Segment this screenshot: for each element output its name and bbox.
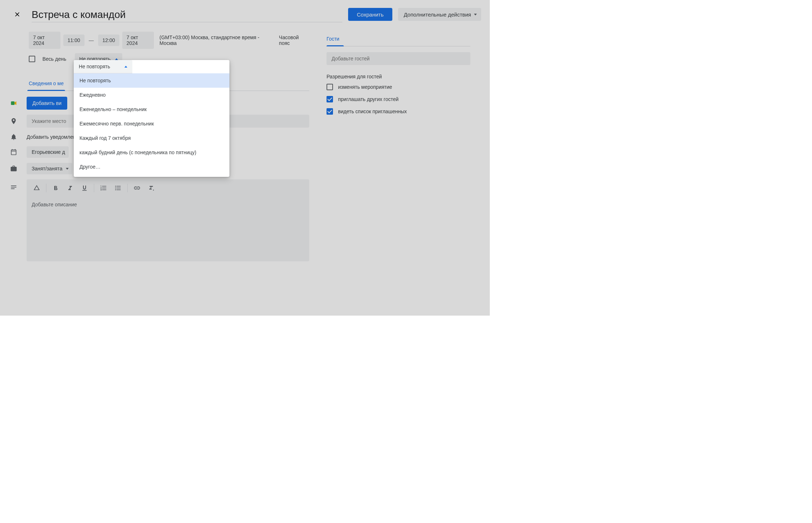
bold-button[interactable] <box>49 182 62 194</box>
toolbar-separator <box>46 184 46 192</box>
end-time-chip[interactable]: 12:00 <box>98 35 119 46</box>
italic-button[interactable] <box>64 182 77 194</box>
event-title-input[interactable] <box>32 7 342 22</box>
close-icon <box>14 11 21 18</box>
calendar-select-label: Егорьевские д <box>32 149 65 155</box>
availability-select[interactable]: Занят/занята <box>27 163 72 174</box>
calendar-icon <box>9 148 18 156</box>
add-notification-link[interactable]: Добавить уведомление <box>27 134 81 140</box>
clear-formatting-button[interactable] <box>145 182 158 194</box>
repeat-option-daily[interactable]: Ежедневно <box>74 88 229 102</box>
svg-rect-0 <box>11 101 15 105</box>
repeat-dropdown-trigger[interactable]: Не повторять <box>74 60 132 73</box>
toolbar-separator <box>127 184 128 192</box>
perm-modify-checkbox[interactable] <box>327 84 333 90</box>
start-date-chip[interactable]: 7 окт 2024 <box>29 32 60 49</box>
briefcase-icon <box>9 164 18 173</box>
guests-tab[interactable]: Гости <box>327 32 470 46</box>
repeat-dropdown: Не повторять Не повторять Ежедневно Ежен… <box>74 60 229 177</box>
repeat-option-yearly[interactable]: Каждый год 7 октября <box>74 131 229 145</box>
toolbar-separator <box>94 184 94 192</box>
repeat-option-weekdays[interactable]: каждый будний день (с понедельника по пя… <box>74 145 229 160</box>
calendar-select[interactable]: Егорьевские д <box>27 146 69 158</box>
start-time-chip[interactable]: 11:00 <box>63 35 85 46</box>
chevron-down-icon <box>474 14 477 15</box>
repeat-option-none[interactable]: Не повторять <box>74 73 229 88</box>
perm-modify-label: изменять мероприятие <box>338 84 392 90</box>
chevron-up-icon <box>115 58 118 60</box>
more-actions-label: Дополнительные действия <box>404 12 471 18</box>
timezone-link[interactable]: Часовой пояс <box>279 35 309 46</box>
guest-permissions-title: Разрешения для гостей <box>327 74 470 79</box>
perm-invite-label: приглашать других гостей <box>338 96 398 102</box>
end-date-chip[interactable]: 7 окт 2024 <box>122 32 154 49</box>
perm-seelist-checkbox[interactable] <box>327 108 333 115</box>
description-toolbar <box>27 179 309 197</box>
repeat-trigger-label: Не повторять <box>79 64 110 69</box>
perm-seelist-label: видеть список приглашенных <box>338 109 407 114</box>
notification-icon <box>9 133 18 141</box>
description-textarea[interactable]: Добавьте описание <box>27 197 309 261</box>
allday-label: Весь день <box>42 56 66 62</box>
link-button[interactable] <box>131 182 143 194</box>
add-guests-input[interactable] <box>327 52 470 65</box>
allday-checkbox[interactable] <box>29 56 35 62</box>
underline-button[interactable] <box>78 182 91 194</box>
add-video-conference-button[interactable]: Добавить ви <box>27 97 67 110</box>
chevron-up-icon <box>124 66 127 68</box>
repeat-option-monthly[interactable]: Ежемесячно перв. понедельник <box>74 116 229 131</box>
location-icon <box>9 117 18 125</box>
repeat-option-weekly[interactable]: Еженедельно – понедельник <box>74 102 229 116</box>
chevron-down-icon <box>66 168 69 170</box>
numbered-list-button[interactable] <box>97 182 110 194</box>
repeat-option-custom[interactable]: Другое… <box>74 160 229 174</box>
description-icon <box>9 183 18 192</box>
attach-drive-button[interactable] <box>30 182 43 194</box>
time-dash: — <box>87 37 95 43</box>
tab-event-details[interactable]: Сведения о ме <box>29 76 64 91</box>
more-actions-button[interactable]: Дополнительные действия <box>398 8 481 21</box>
bullet-list-button[interactable] <box>111 182 124 194</box>
save-button[interactable]: Сохранить <box>348 8 392 21</box>
perm-invite-checkbox[interactable] <box>327 96 333 102</box>
timezone-text: (GMT+03:00) Москва, стандартное время - … <box>160 35 272 46</box>
close-button[interactable] <box>9 6 26 23</box>
availability-label: Занят/занята <box>32 166 62 171</box>
meet-icon <box>9 99 18 107</box>
